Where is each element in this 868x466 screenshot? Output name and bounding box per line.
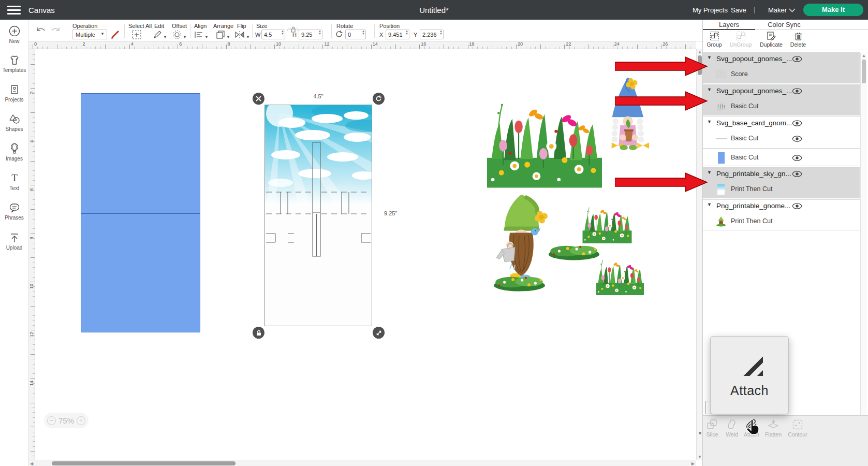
scroll-right-icon[interactable]: ▶: [692, 461, 695, 466]
layer-group-header[interactable]: ▼ Svg_popout_gnomes_...: [703, 85, 860, 97]
slice-icon: [707, 419, 718, 430]
layer-row[interactable]: Basic Cut: [703, 129, 860, 148]
duplicate-button[interactable]: Duplicate: [758, 31, 785, 48]
edit-dropdown[interactable]: ▼: [153, 30, 167, 41]
horizontal-scroll-thumb[interactable]: [52, 461, 236, 465]
chevron-down-icon[interactable]: [789, 8, 796, 12]
rotate-label: Rotate: [336, 23, 353, 29]
make-it-button[interactable]: Make It: [803, 4, 863, 16]
delete-button[interactable]: Delete: [785, 31, 812, 48]
blue-card-base-shape[interactable]: [81, 93, 200, 332]
sidebar-item-images[interactable]: Images: [0, 142, 28, 162]
visibility-eye-icon[interactable]: [792, 171, 802, 177]
group-button[interactable]: Group: [701, 31, 728, 48]
my-projects-link[interactable]: My Projects: [693, 6, 728, 14]
weld-button[interactable]: Weld: [722, 419, 742, 438]
offset-label[interactable]: Offset: [172, 23, 187, 29]
grass-mound-image[interactable]: [548, 237, 600, 263]
color-swatch-pen-icon[interactable]: [110, 30, 121, 39]
scroll-down-icon[interactable]: ▼: [698, 455, 702, 459]
rotate-handle[interactable]: [373, 93, 385, 105]
projects-icon: [8, 83, 21, 96]
sidebar-item-new[interactable]: New: [0, 25, 28, 44]
red-annotation-arrow: [615, 56, 708, 77]
flower-meadow-image[interactable]: [487, 72, 602, 188]
contour-button[interactable]: Contour: [786, 419, 810, 438]
scroll-up-icon[interactable]: ▲: [698, 50, 702, 54]
layer-group-header[interactable]: ▼ Png_printable_gnome...: [703, 200, 860, 212]
layer-row[interactable]: Score: [703, 65, 860, 84]
caret-down-icon[interactable]: ▼: [707, 119, 712, 124]
layer-row[interactable]: Print Then Cut: [703, 180, 860, 199]
sidebar-item-text[interactable]: T Text: [0, 172, 28, 191]
height-stepper[interactable]: ▲▼: [317, 30, 322, 35]
shapes-icon: [8, 113, 21, 125]
undo-icon[interactable]: [35, 26, 47, 35]
scroll-up-icon[interactable]: ▲: [862, 53, 866, 58]
selection-width-label: 4.5": [303, 93, 334, 99]
arrange-label[interactable]: Arrange: [213, 23, 233, 29]
sidebar-item-phrases[interactable]: Phrases: [0, 201, 28, 221]
select-all-icon[interactable]: [132, 30, 141, 39]
sidebar-item-projects[interactable]: Projects: [0, 83, 28, 103]
arrange-dropdown[interactable]: ▼: [216, 30, 230, 41]
align-dropdown[interactable]: ▼: [194, 30, 209, 41]
resize-handle[interactable]: [373, 327, 385, 339]
layer-row[interactable]: Basic Cut: [703, 97, 860, 116]
layers-scrollbar[interactable]: ▲ ▼: [860, 53, 867, 443]
layer-group-header[interactable]: ▼ Svg_base_card_gnom...: [703, 117, 860, 129]
sidebar-item-upload[interactable]: Upload: [0, 231, 28, 251]
selection-bounding-box[interactable]: [264, 105, 372, 326]
top-bar: Canvas Untitled* My Projects Save | Make…: [0, 0, 868, 20]
lock-handle[interactable]: [253, 327, 264, 339]
offset-dropdown[interactable]: ▼: [172, 30, 187, 41]
horizontal-scrollbar[interactable]: ◀ ▶: [28, 460, 696, 466]
vertical-ruler: 2468101214: [28, 49, 35, 460]
images-icon: [8, 142, 21, 155]
sidebar-item-templates[interactable]: Templates: [0, 54, 28, 73]
flip-label[interactable]: Flip: [237, 23, 246, 29]
y-stepper[interactable]: ▲▼: [438, 30, 444, 35]
flip-dropdown[interactable]: ▼: [234, 30, 250, 41]
select-all-label[interactable]: Select All: [128, 23, 152, 29]
bottom-tools-bar: Slice Weld Attach Flatten Contour: [703, 415, 868, 466]
zoom-out-button[interactable]: −: [47, 416, 56, 425]
slice-button[interactable]: Slice: [702, 419, 723, 438]
caret-down-icon[interactable]: ▼: [707, 202, 712, 207]
save-link[interactable]: Save: [731, 6, 746, 14]
zoom-in-button[interactable]: +: [77, 416, 85, 425]
visibility-eye-icon[interactable]: [792, 88, 802, 94]
layer-row[interactable]: Basic Cut: [703, 148, 860, 167]
x-stepper[interactable]: ▲▼: [404, 30, 409, 35]
tab-layers[interactable]: Layers: [703, 20, 755, 30]
scroll-left-icon[interactable]: ◀: [30, 461, 33, 466]
rotate-icon[interactable]: [335, 30, 343, 38]
visibility-eye-icon[interactable]: [792, 136, 802, 142]
machine-select[interactable]: Maker: [768, 6, 787, 14]
visibility-eye-icon[interactable]: [792, 203, 802, 209]
layer-row[interactable]: Print Then Cut: [703, 212, 860, 231]
width-stepper[interactable]: ▲▼: [280, 30, 285, 35]
x-label: X: [379, 32, 383, 38]
tab-color-sync[interactable]: Color Sync: [755, 20, 813, 30]
sidebar-item-shapes[interactable]: Shapes: [0, 113, 28, 132]
grass-mound-image[interactable]: [493, 269, 546, 293]
layers-scroll-thumb[interactable]: [862, 60, 866, 83]
small-meadow-piece-image[interactable]: [572, 194, 642, 243]
delete-handle[interactable]: [253, 93, 264, 105]
blue-hat-gnome-image[interactable]: [605, 77, 650, 150]
visibility-eye-icon[interactable]: [792, 56, 802, 62]
rotate-stepper[interactable]: ▲▼: [361, 30, 366, 35]
flatten-button[interactable]: Flatten: [763, 419, 784, 438]
ungroup-button[interactable]: UnGroup: [727, 31, 754, 48]
redo-icon[interactable]: [50, 26, 61, 35]
chevron-down-icon: ▼: [100, 32, 105, 36]
layer-group-header[interactable]: ▼ Svg_popout_gnomes_...: [703, 53, 860, 65]
visibility-eye-icon[interactable]: [792, 120, 802, 126]
layer-group-header[interactable]: ▼ Png_printable_sky_gn...: [703, 168, 860, 180]
ungroup-icon: [736, 31, 746, 41]
visibility-eye-icon[interactable]: [792, 155, 802, 161]
operation-select[interactable]: Multiple▼: [72, 30, 107, 39]
align-label[interactable]: Align: [194, 23, 207, 29]
edit-label[interactable]: Edit: [154, 23, 164, 29]
